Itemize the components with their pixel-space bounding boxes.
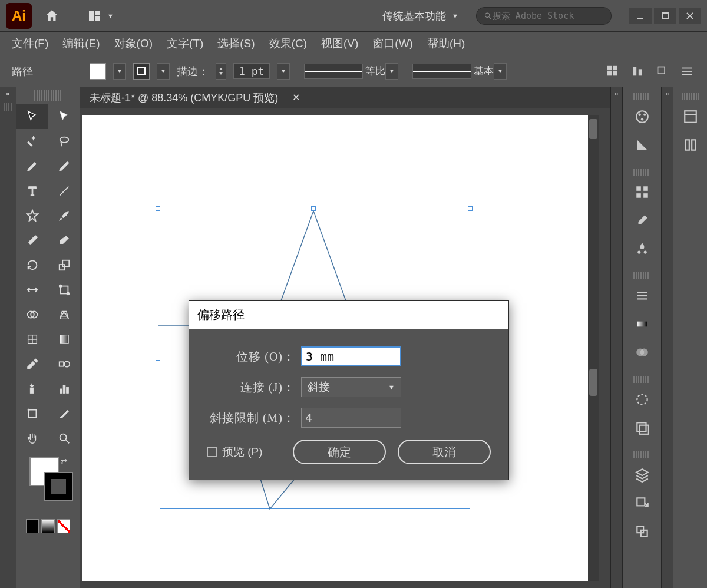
miter-input[interactable]: [301, 408, 401, 428]
color-mode-none[interactable]: [57, 519, 70, 533]
workspace-switcher[interactable]: 传统基本功能 ▼: [382, 9, 458, 23]
menu-view[interactable]: 视图(V): [321, 36, 358, 51]
hand-tool[interactable]: [16, 426, 48, 451]
properties-panel-icon[interactable]: [673, 103, 707, 131]
panel-drag-handle-r2[interactable]: [682, 93, 699, 100]
vertical-scrollbar[interactable]: [588, 115, 599, 581]
selection-tool[interactable]: [16, 104, 48, 129]
rotate-tool[interactable]: [16, 253, 48, 278]
stock-search[interactable]: [476, 7, 612, 25]
menu-select[interactable]: 选择(S): [217, 36, 255, 51]
home-icon[interactable]: [42, 6, 61, 25]
brush-preview[interactable]: [412, 64, 471, 79]
maximize-button[interactable]: [654, 8, 676, 24]
panel-drag-handle-5[interactable]: [633, 451, 650, 458]
tab-close-icon[interactable]: ✕: [292, 92, 300, 103]
fill-dropdown[interactable]: ▼: [113, 63, 126, 80]
swap-fill-stroke-icon[interactable]: ⇄: [61, 457, 68, 466]
join-select[interactable]: 斜接 ▼: [301, 377, 401, 397]
shaper-tool[interactable]: [16, 228, 48, 253]
type-tool[interactable]: [16, 179, 48, 203]
stroke-weight-dropdown[interactable]: ▼: [277, 63, 290, 80]
swatches-panel-icon[interactable]: [623, 178, 661, 206]
menu-type[interactable]: 文字(T): [167, 36, 203, 51]
stroke-dropdown[interactable]: ▼: [157, 63, 170, 80]
fill-stroke-control[interactable]: ⇄: [27, 455, 69, 514]
collapse-left-icon[interactable]: «: [0, 87, 16, 100]
color-mode-gradient[interactable]: [41, 519, 54, 533]
menu-help[interactable]: 帮助(H): [427, 36, 465, 51]
ok-button[interactable]: 确定: [293, 440, 386, 464]
symbol-sprayer-tool[interactable]: [16, 376, 48, 401]
appearance-panel-icon[interactable]: [623, 385, 661, 414]
scale-tool[interactable]: [48, 253, 80, 278]
perspective-tool[interactable]: [48, 302, 80, 327]
asset-export-panel-icon[interactable]: [623, 489, 661, 517]
zoom-tool[interactable]: [48, 426, 80, 451]
direct-selection-tool[interactable]: [48, 104, 80, 129]
stroke-color-box[interactable]: [44, 472, 73, 501]
close-button[interactable]: [679, 8, 701, 24]
gradient-panel-icon[interactable]: [623, 310, 661, 338]
symbols-panel-icon[interactable]: [623, 234, 661, 263]
menu-file[interactable]: 文件(F): [12, 36, 48, 51]
width-profile-dropdown[interactable]: ▼: [385, 63, 398, 80]
stroke-weight-value[interactable]: 1 pt: [233, 63, 270, 79]
line-tool[interactable]: [48, 179, 80, 203]
color-guide-panel-icon[interactable]: [623, 131, 661, 159]
menu-window[interactable]: 窗口(W): [372, 36, 413, 51]
transparency-panel-icon[interactable]: [623, 338, 661, 366]
dialog-title[interactable]: 偏移路径: [189, 301, 508, 329]
eraser-tool[interactable]: [48, 228, 80, 253]
gradient-tool[interactable]: [48, 327, 80, 352]
free-transform-tool[interactable]: [48, 278, 80, 302]
shape-builder-tool[interactable]: [16, 302, 48, 327]
scrollbar-thumb-top[interactable]: [589, 119, 597, 139]
scrollbar-thumb[interactable]: [589, 369, 597, 396]
blend-tool[interactable]: [48, 352, 80, 376]
stroke-panel-icon[interactable]: [623, 282, 661, 310]
menu-object[interactable]: 对象(O): [114, 36, 153, 51]
panel-drag-handle[interactable]: [633, 93, 650, 100]
opacity-icon[interactable]: [604, 63, 621, 80]
mesh-tool[interactable]: [16, 327, 48, 352]
cancel-button[interactable]: 取消: [398, 440, 491, 464]
libraries-panel-icon[interactable]: [673, 131, 707, 159]
expand-panels-icon[interactable]: «: [611, 87, 622, 100]
artboard-tool[interactable]: [16, 401, 48, 426]
artboards-panel-icon[interactable]: [623, 517, 661, 546]
panel-menu-icon[interactable]: [679, 63, 695, 80]
magic-wand-tool[interactable]: [16, 129, 48, 154]
width-tool[interactable]: [16, 278, 48, 302]
document-tab[interactable]: 未标题-1* @ 88.34% (CMYK/GPU 预览) ✕: [80, 87, 610, 108]
brush-dropdown[interactable]: ▼: [494, 63, 507, 80]
menu-edit[interactable]: 编辑(E): [62, 36, 100, 51]
graphic-styles-panel-icon[interactable]: [623, 414, 661, 442]
width-profile-preview[interactable]: [304, 64, 363, 79]
color-mode-solid[interactable]: [26, 519, 39, 533]
brushes-panel-icon[interactable]: [623, 206, 661, 234]
fill-swatch[interactable]: [90, 63, 106, 80]
drag-handle[interactable]: [4, 103, 12, 111]
arrange-dropdown-icon[interactable]: ▼: [107, 12, 114, 19]
expand-panels-icon-2[interactable]: «: [662, 87, 673, 100]
rectangle-tool[interactable]: [16, 203, 48, 228]
stroke-stepper[interactable]: [216, 63, 226, 80]
transform-icon[interactable]: [654, 63, 670, 80]
panel-drag-handle-3[interactable]: [633, 272, 650, 279]
panel-drag-handle-4[interactable]: [633, 376, 650, 383]
slice-tool[interactable]: [48, 401, 80, 426]
panel-drag-handle-2[interactable]: [633, 169, 650, 176]
minimize-button[interactable]: [629, 8, 652, 24]
offset-input[interactable]: [301, 346, 401, 366]
lasso-tool[interactable]: [48, 129, 80, 154]
color-panel-icon[interactable]: [623, 103, 661, 131]
column-graph-tool[interactable]: [48, 376, 80, 401]
align-icon[interactable]: [629, 63, 646, 80]
preview-checkbox[interactable]: 预览 (P): [207, 444, 263, 460]
arrange-documents-icon[interactable]: [85, 6, 104, 25]
pen-tool[interactable]: [16, 154, 48, 179]
stock-search-input[interactable]: [493, 11, 604, 21]
menu-effect[interactable]: 效果(C): [269, 36, 307, 51]
paintbrush-tool[interactable]: [48, 203, 80, 228]
